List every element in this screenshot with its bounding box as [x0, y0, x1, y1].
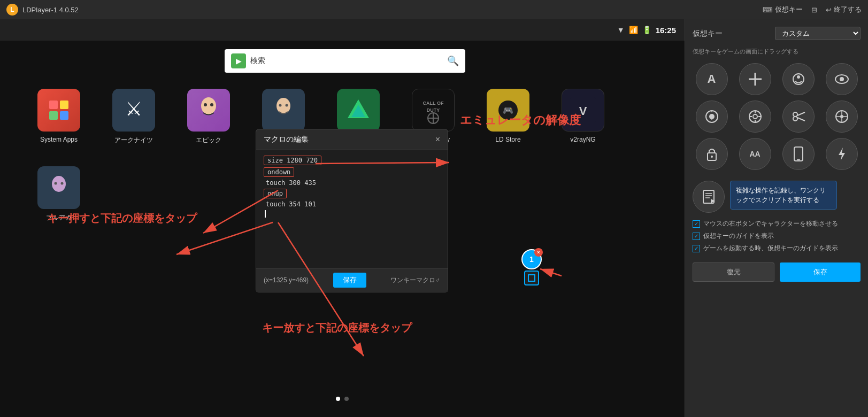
svg-point-8 — [279, 104, 282, 107]
macro-line-1: size 1280 720 — [264, 156, 440, 165]
app-item-v2ray[interactable]: V v2rayNG — [556, 89, 610, 145]
macro-dialog-title: マクロの編集 — [264, 135, 309, 144]
checkbox-mouse[interactable] — [693, 220, 700, 228]
key-btn-phone[interactable] — [782, 138, 815, 170]
macro-tag-ondown: ondown — [264, 167, 294, 177]
app-item-epic[interactable]: エピック — [182, 89, 235, 145]
macro-save-button[interactable]: 保存 — [333, 273, 366, 288]
svg-rect-1 — [60, 101, 68, 109]
svg-rect-58 — [797, 159, 800, 160]
emulator-topbar: ▼ 📶 🔋 16:25 — [0, 19, 685, 41]
restore-button[interactable]: 復元 — [693, 262, 774, 282]
app-icon-girl2 — [262, 89, 305, 132]
app-label-system-apps: System Apps — [40, 136, 78, 143]
search-icon[interactable]: 🔍 — [447, 55, 459, 67]
keybind-button[interactable]: ⌨ 仮想キー — [763, 5, 803, 14]
search-bar[interactable]: ▶ 検索 🔍 — [225, 49, 465, 73]
script-button[interactable] — [693, 181, 725, 213]
panel-drag-hint: 仮想キーをゲームの画面にドラッグする — [693, 48, 861, 56]
app-item-system-apps[interactable]: System Apps — [32, 89, 86, 145]
key-btn-scope[interactable] — [826, 101, 858, 133]
macro-line-2: ondown — [264, 167, 440, 177]
svg-point-47 — [793, 112, 797, 117]
panel-select[interactable]: カスタム デフォルト — [775, 27, 861, 40]
checkbox-guide[interactable] — [693, 233, 700, 240]
right-panel: 仮想キー カスタム デフォルト 仮想キーをゲームの画面にドラッグする A — [685, 19, 868, 417]
emulator-area: ▼ 📶 🔋 16:25 ▶ 検索 🔍 System Apps アークナイツ — [0, 19, 685, 417]
macro-onekey-button[interactable]: ワンキーマクロ♂ — [390, 276, 440, 285]
app-label-ldstore: LD Store — [495, 136, 520, 143]
svg-rect-3 — [60, 111, 68, 120]
titlebar: L LDPlayer-1 4.0.52 ⌨ 仮想キー ⊟ ↩ 終了する — [0, 0, 868, 19]
svg-point-9 — [286, 104, 288, 107]
app-logo: L — [6, 4, 18, 16]
svg-point-56 — [711, 156, 713, 158]
svg-text:V: V — [579, 104, 587, 118]
page-dot-1[interactable] — [336, 397, 340, 401]
svg-line-49 — [797, 112, 805, 115]
checkbox-row-launch: ゲームを起動する時、仮想キーのガイドを表示 — [693, 244, 861, 253]
checkbox-mouse-label: マウスの右ボタンでキャラクターを移動させる — [703, 219, 838, 228]
key-btn-aim[interactable] — [739, 101, 771, 133]
svg-point-48 — [793, 117, 797, 121]
app-label-arknights: アークナイツ — [114, 136, 153, 145]
macro-close-button[interactable]: × — [435, 135, 440, 144]
app-item-arknights[interactable]: アークナイツ — [107, 89, 160, 145]
panel-title: 仮想キー — [693, 29, 723, 38]
key-btn-lock[interactable] — [696, 138, 728, 170]
macro-line-4: onup — [264, 189, 440, 198]
checkbox-launch[interactable] — [693, 245, 700, 252]
app-item-blue-archive[interactable]: ブルアカ — [32, 166, 86, 222]
svg-rect-0 — [49, 101, 58, 109]
macro-tag-size: size 1280 720 — [264, 156, 321, 165]
key-btn-cross[interactable] — [739, 63, 771, 95]
svg-line-50 — [797, 118, 805, 121]
macro-editor[interactable]: size 1280 720 ondown touch 300 435 onup … — [256, 150, 448, 268]
app-icon-cod: CALL OF DUTY — [412, 89, 455, 132]
key-btn-a[interactable]: A — [696, 63, 728, 95]
svg-point-37 — [840, 77, 844, 81]
panel-header: 仮想キー カスタム デフォルト — [693, 27, 861, 40]
svg-rect-57 — [794, 147, 803, 161]
app-label-v2ray: v2rayNG — [570, 136, 595, 143]
signal-icon: 📶 — [629, 26, 638, 34]
key-btn-joystick[interactable] — [696, 101, 728, 133]
macro-footer: (x=1325 y=469) 保存 ワンキーマクロ♂ — [256, 268, 448, 292]
keyboard-icon: ⌨ — [763, 6, 773, 14]
minimize-icon: ⊟ — [811, 6, 817, 14]
svg-point-25 — [61, 182, 64, 185]
macro-dialog-header: マクロの編集 × — [256, 129, 448, 150]
app-icon-system-apps — [37, 89, 80, 132]
macro-key-square[interactable] — [524, 271, 539, 285]
macro-key-circle[interactable]: 1 × — [521, 249, 542, 269]
key-btn-aa[interactable]: AA — [739, 138, 771, 170]
app-label-epic: エピック — [196, 136, 221, 145]
play-store-icon: ▶ — [231, 53, 246, 68]
app-item-ldstore[interactable]: 🎮 LD Store — [481, 89, 535, 145]
svg-point-6 — [210, 103, 213, 106]
script-tooltip: 複雑な操作を記録し、ワンクリックでスクリプトを実行する — [730, 181, 837, 210]
key-btn-lightning[interactable] — [826, 138, 858, 170]
battery-icon: 🔋 — [642, 26, 651, 34]
app-title: LDPlayer-1 4.0.52 — [22, 6, 79, 14]
macro-line-6 — [264, 210, 440, 218]
page-dots — [336, 397, 349, 401]
exit-icon: ↩ — [826, 6, 832, 14]
checkbox-row-guide: 仮想キーのガイドを表示 — [693, 231, 861, 241]
macro-text-touch1: touch 300 435 — [266, 179, 316, 187]
svg-rect-2 — [49, 111, 58, 120]
wifi-icon: ▼ — [617, 26, 625, 34]
checkboxes-area: マウスの右ボタンでキャラクターを移動させる 仮想キーのガイドを表示 ゲームを起動… — [693, 219, 861, 256]
key-btn-scissor[interactable] — [782, 101, 815, 133]
minimize-button[interactable]: ⊟ — [811, 6, 817, 14]
svg-marker-59 — [839, 148, 845, 160]
close-button[interactable]: ↩ 終了する — [826, 5, 862, 14]
search-input[interactable]: 検索 — [250, 56, 443, 66]
page-dot-2[interactable] — [344, 397, 349, 401]
svg-point-5 — [204, 103, 207, 106]
key-btn-gesture[interactable] — [782, 63, 815, 95]
key-btn-eye[interactable] — [826, 63, 858, 95]
titlebar-left: L LDPlayer-1 4.0.52 — [6, 4, 79, 16]
save-button[interactable]: 保存 — [780, 262, 861, 282]
macro-key-badge: × — [534, 248, 543, 257]
